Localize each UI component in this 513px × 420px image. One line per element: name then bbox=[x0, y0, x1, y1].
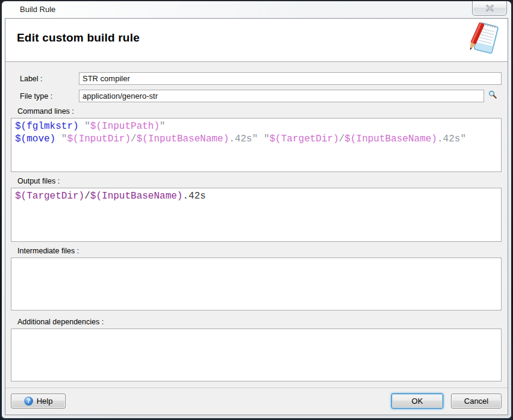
help-button[interactable]: ? Help bbox=[11, 394, 66, 409]
intermediate-files-label: Intermediate files : bbox=[11, 247, 502, 255]
output-files-input[interactable]: $(TargetDir)/$(InputBaseName).42s bbox=[11, 188, 502, 242]
file-type-field-label: File type : bbox=[20, 92, 79, 100]
build-rule-window: Build Rule Edit custom build rule bbox=[0, 0, 513, 420]
ok-button-label: OK bbox=[412, 397, 423, 406]
intermediate-files-input[interactable] bbox=[11, 258, 502, 310]
close-icon bbox=[486, 3, 494, 14]
additional-dependencies-label: Additional dependencies : bbox=[11, 318, 502, 326]
file-type-lookup-button[interactable] bbox=[484, 90, 502, 102]
command-lines-input[interactable]: $(fglmkstr) "$(InputPath)"$(move) "$(Inp… bbox=[11, 118, 502, 172]
dialog-header: Edit custom build rule bbox=[5, 19, 508, 62]
titlebar[interactable]: Build Rule bbox=[2, 1, 511, 17]
help-button-label: Help bbox=[37, 397, 53, 406]
window-glass: Build Rule Edit custom build rule bbox=[2, 1, 511, 418]
button-bar: ? Help OK Cancel bbox=[5, 388, 508, 415]
output-files-label: Output files : bbox=[11, 177, 502, 185]
label-field-row: Label : bbox=[11, 72, 502, 85]
additional-dependencies-input[interactable] bbox=[11, 329, 502, 381]
cancel-button[interactable]: Cancel bbox=[451, 394, 502, 409]
file-type-input[interactable] bbox=[79, 90, 484, 102]
command-lines-label: Command lines : bbox=[11, 107, 502, 116]
notepad-pencil-icon bbox=[467, 21, 500, 60]
label-field-label: Label : bbox=[20, 75, 79, 83]
form-body: Label : File type : bbox=[5, 62, 508, 388]
window-title: Build Rule bbox=[20, 5, 55, 14]
label-input[interactable] bbox=[79, 72, 502, 85]
ok-button[interactable]: OK bbox=[391, 394, 443, 409]
cancel-button-label: Cancel bbox=[464, 397, 488, 406]
close-button[interactable] bbox=[472, 1, 507, 16]
help-icon: ? bbox=[24, 397, 33, 406]
dialog-panel: Edit custom build rule bbox=[5, 18, 508, 415]
page-title: Edit custom build rule bbox=[17, 31, 467, 45]
magnifier-icon bbox=[488, 90, 497, 102]
file-type-field-row: File type : bbox=[11, 90, 502, 102]
